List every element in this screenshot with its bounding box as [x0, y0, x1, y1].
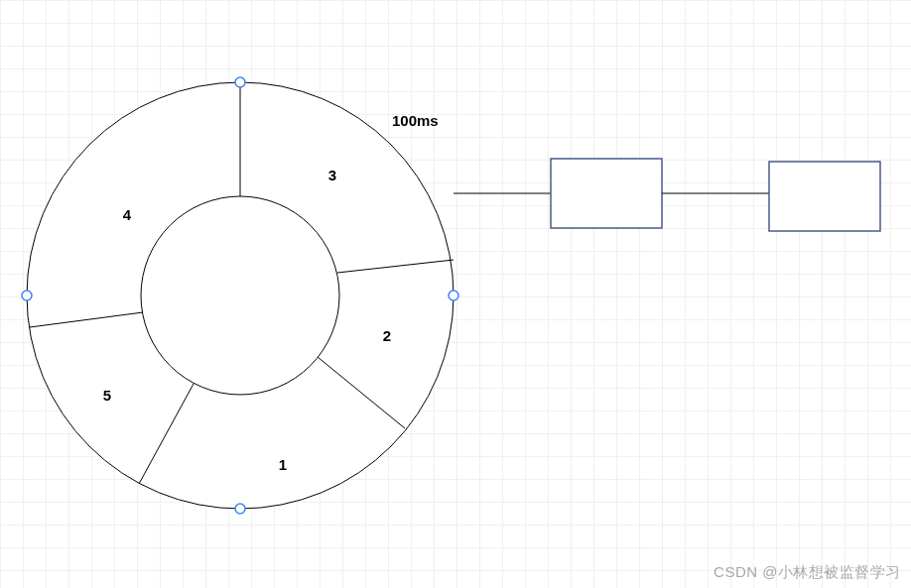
sector-1-label: 1 [279, 456, 287, 473]
selection-handle-e[interactable] [449, 291, 458, 300]
sector-3-label: 3 [328, 167, 336, 183]
sector-4-label: 4 [123, 206, 132, 223]
selection-handle-w[interactable] [22, 291, 32, 300]
selection-handle-n[interactable] [235, 77, 245, 87]
selection-handle-s[interactable] [235, 504, 245, 514]
sector-2-label: 2 [383, 327, 391, 344]
box-2[interactable] [769, 162, 880, 231]
sector-5-label: 5 [103, 387, 111, 404]
box-1[interactable] [551, 159, 662, 228]
inner-hub[interactable] [141, 196, 339, 395]
time-annotation: 100ms [392, 112, 439, 129]
diagram-svg: 1 2 3 4 5 100ms [0, 0, 911, 588]
